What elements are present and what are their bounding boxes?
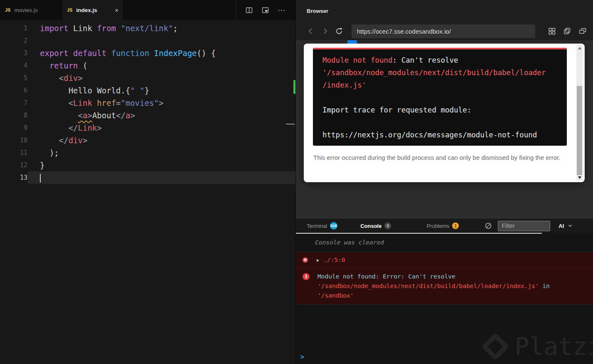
overlay-line: '/sandbox/node_modules/next/dist/build/b… [322, 66, 567, 79]
code-line[interactable]: 1import Link from "next/link"; [0, 22, 295, 34]
code-line[interactable]: 3export default function IndexPage() { [0, 47, 295, 59]
line-number: 3 [0, 47, 27, 59]
code-line-text[interactable]: ); [27, 147, 295, 159]
console-error-location: ./:5:0 [323, 257, 345, 263]
code-line-text[interactable]: export default function IndexPage() { [27, 47, 295, 59]
scroll-down-icon[interactable] [576, 175, 583, 181]
code-line-text[interactable]: Hello World.{" "} [27, 84, 295, 97]
console-count-badge: 0 [384, 222, 391, 229]
code-line[interactable]: 4 return ( [0, 59, 295, 72]
overlay-code-lines: Module not found: Can't resolve'/sandbox… [322, 54, 567, 141]
clear-console-icon[interactable] [485, 222, 492, 230]
back-icon[interactable] [305, 25, 317, 37]
line-number: 13 [0, 171, 27, 184]
line-number: 10 [0, 134, 27, 147]
overlay-line: https://nextjs.org/docs/messages/module-… [322, 129, 567, 141]
overlay-line: /index.js' [322, 79, 567, 91]
line-number: 5 [0, 72, 27, 84]
code-line[interactable]: 7 <Link href="movies"> [0, 97, 295, 109]
forward-icon[interactable] [319, 25, 331, 37]
tab-label: Problems [426, 223, 449, 229]
code-line[interactable]: 9 </Link> [0, 122, 295, 134]
code-line[interactable]: 11 ); [0, 147, 295, 159]
line-number: 4 [0, 59, 27, 72]
overlay-scrollbar[interactable] [576, 45, 583, 181]
code-line-text[interactable]: <a>About</a> [27, 109, 295, 122]
js-file-icon: JS [67, 7, 72, 12]
tab-label: Console [360, 223, 381, 229]
tab-problems[interactable]: Problems 1 [426, 222, 459, 229]
console-error-line: '/sandbox/node_modules/next/dist/build/b… [317, 281, 550, 291]
line-number: 9 [0, 122, 27, 134]
tab-label: Terminal [307, 223, 327, 229]
panel-divider [296, 233, 542, 234]
split-editor-icon[interactable] [245, 6, 253, 14]
console-panel: Console was cleared ▶ ./:5:0 3 Module no… [296, 233, 593, 364]
line-number: 1 [0, 22, 27, 34]
app-window: JS movies.js JS index.js × ⋯ 1import Lin… [0, 0, 593, 364]
line-number: 2 [0, 34, 27, 47]
code-line-text[interactable] [27, 34, 295, 47]
error-icon [303, 257, 308, 263]
console-error-text: Module not found: Error: Can't resolve'/… [317, 272, 550, 300]
code-line[interactable]: 12} [0, 159, 295, 171]
expand-icon[interactable]: ▶ [317, 258, 319, 262]
tab-terminal[interactable]: Terminal 528 [307, 222, 337, 230]
code-line[interactable]: 6 Hello World.{" "} [0, 84, 295, 97]
editor-tabbar: JS movies.js JS index.js × ⋯ [0, 0, 295, 20]
watermark-label: Platzi [514, 332, 593, 361]
browser-viewport: Module not found: Can't resolve'/sandbox… [296, 40, 593, 219]
console-cleared-message: Console was cleared [315, 239, 384, 246]
code-line-text[interactable]: </Link> [27, 122, 295, 134]
browser-header: Browser [296, 0, 593, 22]
tab-index-js[interactable]: JS index.js × [62, 0, 124, 20]
editor-pane: JS movies.js JS index.js × ⋯ 1import Lin… [0, 0, 295, 364]
tab-console[interactable]: Console 0 [360, 222, 391, 229]
overlay-line [322, 91, 567, 104]
console-prompt-chevron[interactable]: > [300, 353, 304, 361]
url-input[interactable] [352, 24, 535, 38]
console-error-row[interactable]: ▶ ./:5:0 [296, 252, 593, 268]
filter-input[interactable] [498, 221, 550, 231]
console-error-line: Module not found: Error: Can't resolve [317, 272, 550, 281]
error-overlay-footer: This error occurred during the build pro… [313, 151, 566, 164]
code-line-text[interactable]: </div> [27, 134, 295, 147]
close-tab-icon[interactable]: × [115, 7, 118, 14]
refresh-icon[interactable] [333, 25, 345, 37]
devtools-icon[interactable] [548, 27, 556, 35]
error-overlay-code: Module not found: Can't resolve'/sandbox… [313, 48, 567, 146]
more-actions-icon[interactable]: ⋯ [278, 5, 286, 15]
open-new-window-icon[interactable] [578, 27, 587, 35]
code-line-text[interactable] [27, 171, 295, 184]
line-number: 6 [0, 84, 27, 97]
console-error-row[interactable]: 3 Module not found: Error: Can't resolve… [296, 268, 593, 305]
code-area[interactable]: 1import Link from "next/link";23export d… [0, 20, 295, 184]
build-error-overlay: Module not found: Can't resolve'/sandbox… [304, 44, 585, 182]
code-line[interactable]: 5 <div> [0, 72, 295, 84]
code-line[interactable]: 10 </div> [0, 134, 295, 147]
code-line[interactable]: 8 <a>About</a> [0, 109, 295, 122]
panel-resize-handle[interactable] [286, 124, 295, 125]
code-line-text[interactable]: } [27, 159, 295, 171]
browser-panel-title: Browser [307, 8, 328, 14]
error-count-badge: 3 [303, 273, 310, 280]
code-line-text[interactable]: import Link from "next/link"; [27, 22, 295, 34]
browser-navbar [296, 22, 593, 40]
scroll-up-icon[interactable] [576, 45, 583, 51]
chevron-down-icon[interactable] [567, 223, 573, 229]
console-error-line: '/sandbox' [317, 291, 550, 300]
console-info-row: Console was cleared [296, 233, 593, 252]
open-preview-icon[interactable] [261, 6, 269, 14]
ai-tab[interactable]: AI [559, 223, 564, 229]
tab-movies-js[interactable]: JS movies.js [0, 0, 62, 20]
code-line[interactable]: 2 [0, 34, 295, 47]
scrollbar-thumb[interactable] [577, 86, 582, 175]
code-line-text[interactable]: <div> [27, 72, 295, 84]
line-number: 8 [0, 109, 27, 122]
platzi-logo-icon [482, 332, 510, 361]
code-line-text[interactable]: return ( [27, 59, 295, 72]
code-line[interactable]: 13 [0, 171, 295, 184]
code-line-text[interactable]: <Link href="movies"> [27, 97, 295, 109]
line-number: 7 [0, 97, 27, 109]
copy-url-icon[interactable] [563, 27, 571, 35]
